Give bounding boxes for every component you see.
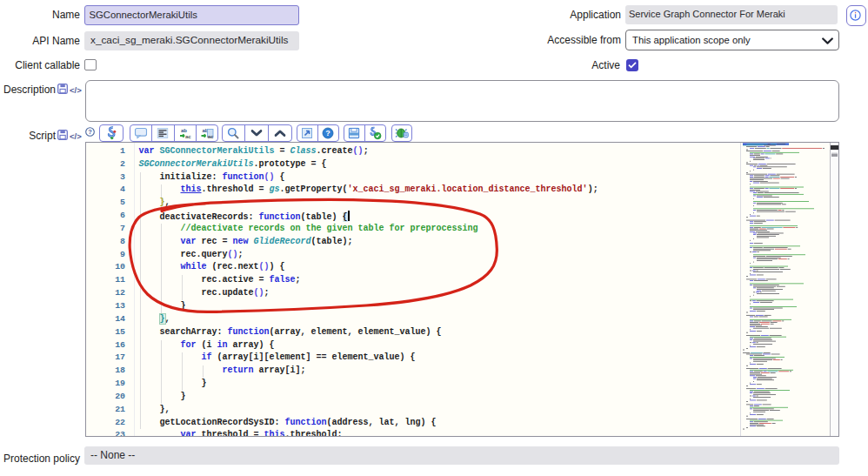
svg-text:?: ? <box>325 129 331 137</box>
svg-text:ac: ac <box>208 133 214 138</box>
svg-text:ab: ab <box>181 127 187 132</box>
svg-text:ac: ac <box>185 133 191 138</box>
svg-text:?: ? <box>88 128 92 136</box>
